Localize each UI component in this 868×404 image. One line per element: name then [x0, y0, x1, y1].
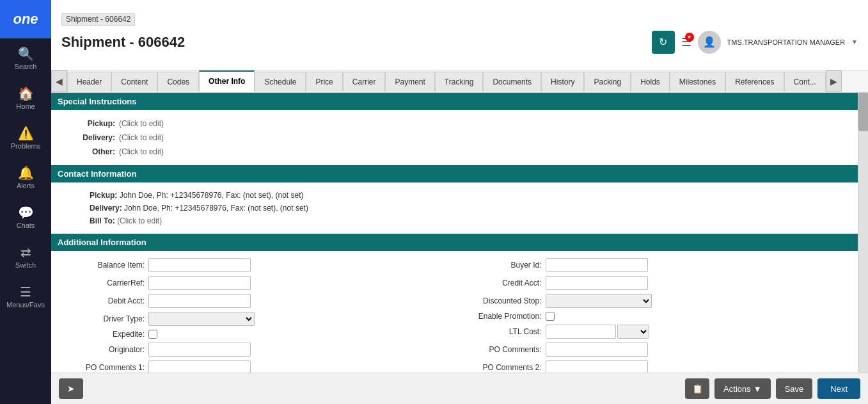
tab-codes[interactable]: Codes	[157, 72, 199, 92]
tab-carrier[interactable]: Carrier	[343, 72, 386, 92]
expedite-checkbox[interactable]	[148, 330, 157, 339]
next-button[interactable]: Next	[817, 378, 860, 399]
sidebar-label-problems: Problems	[11, 142, 40, 150]
tab-cont[interactable]: Cont...	[784, 72, 826, 92]
menu-button[interactable]: ☰ ★	[681, 35, 691, 49]
debit-acct-row: Debit Acct:	[58, 292, 455, 310]
discounted-stop-row: Discounted Stop:	[455, 292, 852, 310]
po-comments-input[interactable]	[546, 343, 648, 357]
originator-input[interactable]	[148, 343, 251, 357]
tab-holds[interactable]: Holds	[631, 72, 670, 92]
sidebar-label-chats: Chats	[17, 222, 35, 229]
tab-history[interactable]: History	[541, 72, 584, 92]
bottom-left: ➤	[59, 378, 83, 399]
carrier-ref-input[interactable]	[148, 276, 251, 290]
pickup-row: Pickup: (Click to edit)	[64, 117, 845, 131]
buyer-id-input[interactable]	[546, 258, 648, 272]
contact-info-header: Contact Information	[51, 165, 858, 182]
tab-references[interactable]: References	[725, 72, 784, 92]
contact-billto-row: Bill To: (Click to edit)	[64, 214, 845, 227]
sidebar-item-chats[interactable]: 💬 Chats	[0, 197, 51, 237]
user-name: TMS.TRANSPORTATION MANAGER	[727, 38, 846, 46]
content-inner: Special Instructions Pickup: (Click to e…	[51, 93, 858, 373]
topbar: Shipment - 606642 Shipment - 606642 ↻ ☰ …	[51, 0, 868, 70]
tab-left-arrow[interactable]: ◀	[51, 70, 67, 92]
tab-other-info[interactable]: Other Info	[199, 70, 255, 92]
tab-packing[interactable]: Packing	[584, 72, 631, 92]
enable-promotion-checkbox[interactable]	[546, 312, 555, 321]
header-row: Shipment - 606642 ↻ ☰ ★ 👤 TMS.TRANSPORTA…	[61, 26, 858, 58]
po-comments1-input[interactable]	[148, 360, 251, 373]
carrier-ref-row: CarrierRef:	[58, 274, 455, 292]
expedite-row: Expedite:	[58, 328, 455, 341]
pickup-value[interactable]: (Click to edit)	[119, 119, 164, 128]
tab-payment[interactable]: Payment	[385, 72, 434, 92]
po-comments2-row: PO Comments 2:	[455, 359, 852, 373]
content-area: Special Instructions Pickup: (Click to e…	[51, 93, 868, 373]
tab-milestones[interactable]: Milestones	[670, 72, 725, 92]
balance-item-row: Balance Item:	[58, 256, 455, 274]
expedite-label: Expedite:	[61, 330, 145, 339]
credit-acct-input[interactable]	[546, 276, 648, 290]
avatar: 👤	[698, 31, 721, 54]
chat-button[interactable]: ➤	[59, 378, 83, 399]
originator-label: Originator:	[61, 345, 145, 354]
sidebar-item-switch[interactable]: ⇄ Switch	[0, 237, 51, 277]
sidebar-item-home[interactable]: 🏠 Home	[0, 78, 51, 118]
other-row: Other: (Click to edit)	[64, 145, 845, 159]
bottom-right: 📋 Actions ▼ Save Next	[685, 378, 860, 399]
debit-acct-input[interactable]	[148, 294, 251, 308]
po-comments1-row: PO Comments 1:	[58, 359, 455, 373]
copy-button[interactable]: 📋	[685, 378, 709, 399]
refresh-button[interactable]: ↻	[652, 31, 675, 54]
buyer-id-row: Buyer Id:	[455, 256, 852, 274]
discounted-stop-select[interactable]	[546, 294, 652, 308]
page-title: Shipment - 606642	[61, 34, 652, 51]
sidebar-item-problems[interactable]: ⚠️ Problems	[0, 118, 51, 158]
save-button[interactable]: Save	[776, 378, 813, 399]
additional-right: Buyer Id: Credit Acct: Discounted Stop:	[455, 256, 852, 373]
ltl-cost-select[interactable]	[617, 325, 649, 339]
delivery-value[interactable]: (Click to edit)	[119, 133, 164, 142]
ltl-cost-label: LTL Cost:	[459, 327, 542, 336]
enable-promotion-row: Enable Promotion:	[455, 310, 852, 323]
other-label: Other:	[64, 147, 115, 156]
tab-price[interactable]: Price	[306, 72, 342, 92]
contact-pickup-label: Pickup:	[90, 191, 117, 200]
actions-button[interactable]: Actions ▼	[714, 378, 771, 399]
credit-acct-label: Credit Acct:	[459, 279, 542, 287]
bottom-bar: ➤ 📋 Actions ▼ Save Next	[51, 373, 868, 404]
tab-schedule[interactable]: Schedule	[255, 72, 306, 92]
search-icon: 🔍	[18, 46, 34, 61]
originator-row: Originator:	[58, 341, 455, 359]
scroll-track[interactable]	[858, 93, 868, 373]
tab-right-arrow[interactable]: ▶	[826, 70, 842, 92]
tab-documents[interactable]: Documents	[483, 72, 541, 92]
other-value[interactable]: (Click to edit)	[119, 147, 164, 156]
contact-billto-value[interactable]: (Click to edit)	[117, 216, 162, 225]
tab-header[interactable]: Header	[67, 72, 111, 92]
contact-pickup-row: Pickup: John Doe, Ph: +12345678976, Fax:…	[64, 189, 845, 202]
sidebar-item-menus[interactable]: ☰ Menus/Favs	[0, 277, 51, 316]
shipment-tab[interactable]: Shipment - 606642	[61, 13, 135, 26]
carrier-ref-label: CarrierRef:	[61, 279, 145, 287]
po-comments2-input[interactable]	[546, 360, 648, 373]
app-logo[interactable]: one	[0, 0, 51, 38]
balance-item-label: Balance Item:	[61, 261, 145, 270]
ltl-cost-input[interactable]	[546, 325, 616, 339]
warning-icon: ⚠️	[18, 125, 34, 141]
sidebar-item-alerts[interactable]: 🔔 Alerts	[0, 158, 51, 197]
scroll-thumb[interactable]	[858, 93, 868, 131]
tab-strip-top: Shipment - 606642	[61, 13, 858, 26]
scrollbar[interactable]	[858, 93, 868, 373]
sidebar-item-search[interactable]: 🔍 Search	[0, 38, 51, 78]
driver-type-select[interactable]	[148, 312, 255, 326]
sidebar-label-search: Search	[15, 63, 37, 70]
tab-tracking[interactable]: Tracking	[435, 72, 484, 92]
discounted-stop-label: Discounted Stop:	[459, 296, 542, 305]
balance-item-input[interactable]	[148, 258, 251, 272]
tab-content[interactable]: Content	[111, 72, 157, 92]
sidebar-label-home: Home	[16, 102, 35, 110]
user-dropdown-arrow[interactable]: ▼	[851, 38, 858, 45]
buyer-id-label: Buyer Id:	[459, 261, 542, 270]
